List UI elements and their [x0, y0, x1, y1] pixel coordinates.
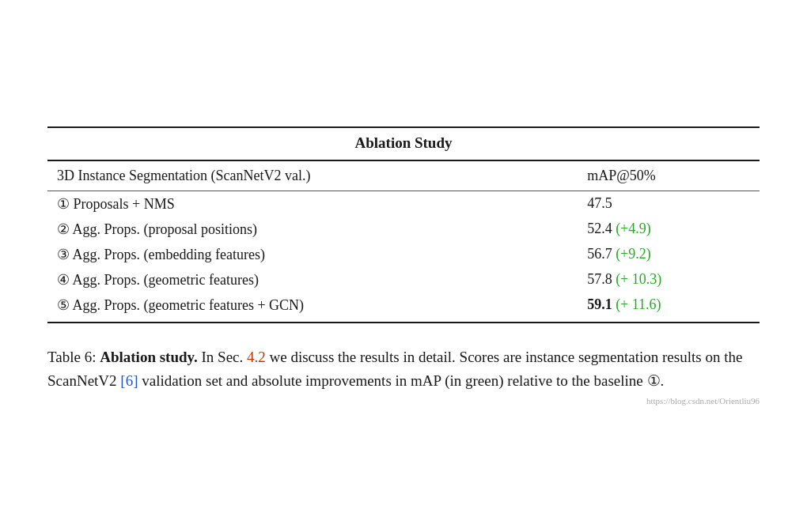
row-delta: (+4.9): [616, 221, 651, 236]
row-description: ③ Agg. Props. (embedding features): [47, 242, 578, 267]
row-id: ④: [57, 272, 70, 288]
table-row: ② Agg. Props. (proposal positions)52.4 (…: [47, 217, 760, 242]
row-value: 56.7 (+9.2): [578, 242, 760, 267]
row-value: 57.8 (+ 10.3): [578, 267, 760, 292]
row-map-value: 59.1: [587, 296, 612, 312]
row-map-value: 57.8: [587, 271, 612, 287]
table-row: ⑤ Agg. Props. (geometric features + GCN)…: [47, 292, 760, 322]
row-value: 52.4 (+4.9): [578, 217, 760, 242]
caption-block: Table 6: Ablation study. In Sec. 4.2 we …: [47, 345, 760, 394]
caption-text1: In Sec.: [198, 349, 247, 365]
row-id: ①: [57, 196, 70, 212]
row-description: ② Agg. Props. (proposal positions): [47, 217, 578, 242]
row-id: ③: [57, 247, 70, 262]
table-bottom-border: [47, 322, 760, 323]
row-value: 47.5: [578, 191, 760, 217]
caption-bold: Ablation study.: [100, 349, 198, 365]
table-row: ① Proposals + NMS47.5: [47, 191, 760, 217]
row-id: ②: [57, 221, 70, 237]
row-map-value: 47.5: [587, 195, 612, 211]
row-delta: (+9.2): [616, 246, 651, 262]
table-title: Ablation Study: [47, 127, 760, 160]
table-label: Table 6:: [47, 349, 100, 365]
row-description: ① Proposals + NMS: [47, 191, 578, 217]
table-row: ③ Agg. Props. (embedding features)56.7 (…: [47, 242, 760, 267]
row-id: ⑤: [57, 297, 70, 313]
table-body: ① Proposals + NMS47.5② Agg. Props. (prop…: [47, 191, 760, 322]
table-title-row: Ablation Study: [47, 127, 760, 160]
caption-ref: 4.2: [247, 349, 266, 365]
page-container: Ablation Study 3D Instance Segmentation …: [40, 111, 767, 422]
ablation-table: Ablation Study 3D Instance Segmentation …: [47, 126, 760, 323]
row-map-value: 56.7: [587, 246, 612, 262]
caption-text3: validation set and absolute improvements…: [138, 372, 665, 389]
row-description: ④ Agg. Props. (geometric features): [47, 267, 578, 292]
row-value: 59.1 (+ 11.6): [578, 292, 760, 322]
col1-header: 3D Instance Segmentation (ScanNetV2 val.…: [47, 160, 578, 191]
row-map-value: 52.4: [587, 221, 612, 236]
watermark: https://blog.csdn.net/Orientliu96: [47, 396, 760, 406]
table-header-row: 3D Instance Segmentation (ScanNetV2 val.…: [47, 160, 760, 191]
table-row: ④ Agg. Props. (geometric features)57.8 (…: [47, 267, 760, 292]
caption-cite: [6]: [120, 372, 138, 389]
row-delta: (+ 10.3): [616, 271, 661, 287]
col2-header: mAP@50%: [578, 160, 760, 191]
row-description: ⑤ Agg. Props. (geometric features + GCN): [47, 292, 578, 322]
row-delta: (+ 11.6): [616, 296, 661, 312]
